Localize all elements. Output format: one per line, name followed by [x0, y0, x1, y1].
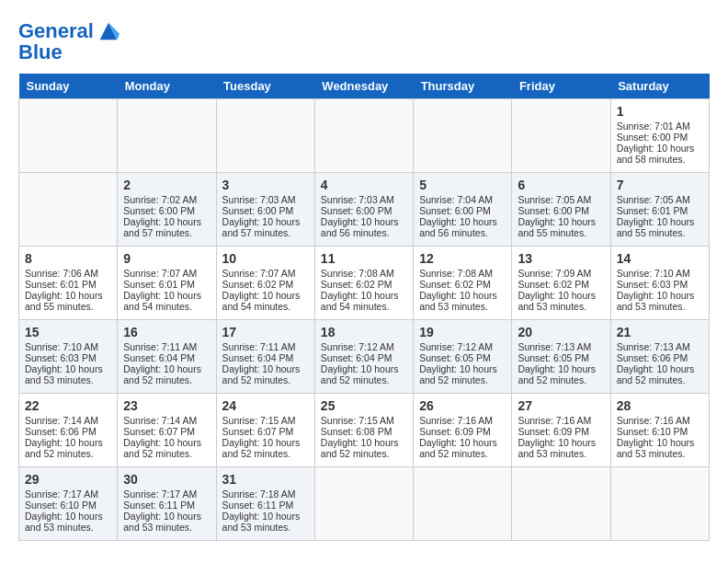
day-cell: 12Sunrise: 7:08 AMSunset: 6:02 PMDayligh…	[414, 247, 512, 320]
day-cell: 21Sunrise: 7:13 AMSunset: 6:06 PMDayligh…	[610, 320, 709, 394]
week-row: 2Sunrise: 7:02 AMSunset: 6:00 PMDaylight…	[19, 173, 710, 247]
day-cell: 29Sunrise: 7:17 AMSunset: 6:10 PMDayligh…	[19, 467, 118, 541]
day-cell: 25Sunrise: 7:15 AMSunset: 6:08 PMDayligh…	[314, 394, 413, 467]
day-cell: 23Sunrise: 7:14 AMSunset: 6:07 PMDayligh…	[118, 394, 216, 467]
day-cell: 10Sunrise: 7:07 AMSunset: 6:02 PMDayligh…	[216, 247, 314, 320]
day-cell: 15Sunrise: 7:10 AMSunset: 6:03 PMDayligh…	[19, 320, 118, 394]
day-cell: 13Sunrise: 7:09 AMSunset: 6:02 PMDayligh…	[512, 247, 610, 320]
header-cell-saturday: Saturday	[610, 74, 709, 99]
day-cell	[512, 467, 610, 541]
day-cell: 2Sunrise: 7:02 AMSunset: 6:00 PMDaylight…	[118, 173, 216, 247]
day-cell: 30Sunrise: 7:17 AMSunset: 6:11 PMDayligh…	[118, 467, 216, 541]
empty-cell	[19, 99, 118, 173]
day-cell: 1Sunrise: 7:01 AMSunset: 6:00 PMDaylight…	[610, 99, 709, 173]
day-cell: 9Sunrise: 7:07 AMSunset: 6:01 PMDaylight…	[118, 247, 216, 320]
header-row: SundayMondayTuesdayWednesdayThursdayFrid…	[19, 74, 710, 99]
day-cell: 17Sunrise: 7:11 AMSunset: 6:04 PMDayligh…	[216, 320, 314, 394]
empty-cell	[118, 99, 216, 173]
day-cell: 5Sunrise: 7:04 AMSunset: 6:00 PMDaylight…	[414, 173, 512, 247]
day-cell: 8Sunrise: 7:06 AMSunset: 6:01 PMDaylight…	[19, 247, 118, 320]
week-row: 15Sunrise: 7:10 AMSunset: 6:03 PMDayligh…	[19, 320, 710, 394]
empty-cell	[512, 99, 610, 173]
day-cell: 4Sunrise: 7:03 AMSunset: 6:00 PMDaylight…	[314, 173, 413, 247]
day-cell	[610, 467, 709, 541]
logo: General Blue	[18, 18, 121, 64]
day-cell: 3Sunrise: 7:03 AMSunset: 6:00 PMDaylight…	[216, 173, 314, 247]
header-cell-thursday: Thursday	[414, 74, 512, 99]
day-cell: 27Sunrise: 7:16 AMSunset: 6:09 PMDayligh…	[512, 394, 610, 467]
day-cell: 22Sunrise: 7:14 AMSunset: 6:06 PMDayligh…	[19, 394, 118, 467]
logo-icon	[96, 18, 121, 44]
day-cell: 6Sunrise: 7:05 AMSunset: 6:00 PMDaylight…	[512, 173, 610, 247]
header-cell-friday: Friday	[512, 74, 610, 99]
day-cell: 26Sunrise: 7:16 AMSunset: 6:09 PMDayligh…	[414, 394, 512, 467]
week-row: 29Sunrise: 7:17 AMSunset: 6:10 PMDayligh…	[19, 467, 710, 541]
empty-cell	[414, 99, 512, 173]
header-cell-sunday: Sunday	[19, 74, 118, 99]
day-cell: 16Sunrise: 7:11 AMSunset: 6:04 PMDayligh…	[118, 320, 216, 394]
week-row: 22Sunrise: 7:14 AMSunset: 6:06 PMDayligh…	[19, 394, 710, 467]
header-cell-tuesday: Tuesday	[216, 74, 314, 99]
day-cell: 11Sunrise: 7:08 AMSunset: 6:02 PMDayligh…	[314, 247, 413, 320]
logo-text: General	[18, 20, 94, 42]
calendar-table: SundayMondayTuesdayWednesdayThursdayFrid…	[18, 74, 710, 541]
empty-cell	[19, 173, 118, 247]
empty-cell	[216, 99, 314, 173]
day-cell	[414, 467, 512, 541]
day-cell: 31Sunrise: 7:18 AMSunset: 6:11 PMDayligh…	[216, 467, 314, 541]
page-header: General Blue	[18, 18, 710, 64]
day-cell: 18Sunrise: 7:12 AMSunset: 6:04 PMDayligh…	[314, 320, 413, 394]
header-cell-monday: Monday	[118, 74, 216, 99]
day-cell: 20Sunrise: 7:13 AMSunset: 6:05 PMDayligh…	[512, 320, 610, 394]
week-row: 1Sunrise: 7:01 AMSunset: 6:00 PMDaylight…	[19, 99, 710, 173]
day-cell: 28Sunrise: 7:16 AMSunset: 6:10 PMDayligh…	[610, 394, 709, 467]
week-row: 8Sunrise: 7:06 AMSunset: 6:01 PMDaylight…	[19, 247, 710, 320]
day-cell: 7Sunrise: 7:05 AMSunset: 6:01 PMDaylight…	[610, 173, 709, 247]
day-cell: 24Sunrise: 7:15 AMSunset: 6:07 PMDayligh…	[216, 394, 314, 467]
empty-cell	[314, 99, 413, 173]
day-cell	[314, 467, 413, 541]
header-cell-wednesday: Wednesday	[314, 74, 413, 99]
day-cell: 14Sunrise: 7:10 AMSunset: 6:03 PMDayligh…	[610, 247, 709, 320]
day-cell: 19Sunrise: 7:12 AMSunset: 6:05 PMDayligh…	[414, 320, 512, 394]
